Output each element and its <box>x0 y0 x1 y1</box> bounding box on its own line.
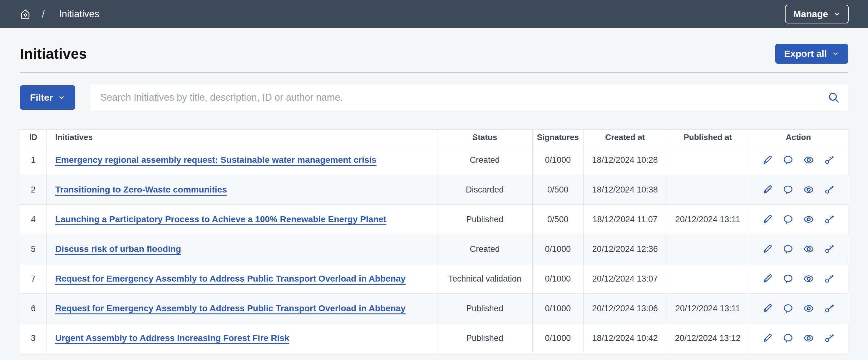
preview-icon[interactable] <box>803 244 814 254</box>
initiative-published-at: 20/12/2024 13:11 <box>666 205 749 234</box>
answer-icon[interactable] <box>783 273 794 284</box>
permissions-key-icon[interactable] <box>824 333 835 343</box>
answer-icon[interactable] <box>783 214 794 225</box>
edit-icon[interactable] <box>762 244 773 254</box>
preview-icon[interactable] <box>803 184 814 195</box>
initiative-created-at: 20/12/2024 13:06 <box>583 294 666 324</box>
export-all-button[interactable]: Export all <box>775 44 848 64</box>
initiative-signatures: 0/1000 <box>532 324 583 353</box>
search-input[interactable] <box>90 84 848 111</box>
permissions-key-icon[interactable] <box>824 273 835 284</box>
search-icon[interactable] <box>828 91 840 104</box>
initiative-status: Technical validation <box>437 264 532 294</box>
table-body: 1 Emergency regional assembly request: S… <box>20 145 848 353</box>
answer-icon[interactable] <box>783 333 794 343</box>
initiative-title-link[interactable]: Emergency regional assembly request: Sus… <box>55 155 377 165</box>
filter-button-label: Filter <box>30 92 53 103</box>
initiative-title-link[interactable]: Transitioning to Zero-Waste communities <box>55 185 227 194</box>
edit-icon[interactable] <box>762 214 773 225</box>
initiative-created-at: 20/12/2024 13:07 <box>583 264 666 294</box>
export-all-label: Export all <box>784 49 827 59</box>
initiative-signatures: 0/1000 <box>532 264 583 294</box>
table-header-row: ID Initiatives Status Signatures Created… <box>20 130 848 145</box>
initiative-id: 2 <box>20 175 46 205</box>
manage-button-label: Manage <box>793 9 828 19</box>
preview-icon[interactable] <box>803 155 814 165</box>
initiatives-table-wrapper: ID Initiatives Status Signatures Created… <box>20 129 848 353</box>
row-actions <box>751 244 845 254</box>
column-header-id: ID <box>20 130 46 145</box>
preview-icon[interactable] <box>803 333 814 343</box>
initiative-title-link[interactable]: Request for Emergency Assembly to Addres… <box>55 303 406 313</box>
edit-icon[interactable] <box>762 333 773 343</box>
edit-icon[interactable] <box>762 155 773 165</box>
initiative-published-at: 20/12/2024 13:11 <box>666 294 749 324</box>
initiative-id: 6 <box>20 294 46 324</box>
initiative-signatures: 0/1000 <box>532 145 583 175</box>
column-header-initiatives: Initiatives <box>46 130 437 145</box>
initiative-signatures: 0/1000 <box>532 294 583 324</box>
answer-icon[interactable] <box>783 155 794 165</box>
initiative-title-link[interactable]: Launching a Participatory Process to Ach… <box>55 214 386 224</box>
permissions-key-icon[interactable] <box>824 214 835 225</box>
initiative-title-link[interactable]: Discuss risk of urban flooding <box>55 244 181 254</box>
home-gear-icon <box>19 8 31 20</box>
manage-button[interactable]: Manage <box>785 5 849 23</box>
filter-row: Filter <box>20 84 848 111</box>
initiative-status: Created <box>437 145 532 175</box>
row-actions <box>751 155 845 165</box>
answer-icon[interactable] <box>783 244 794 254</box>
initiative-published-at: 20/12/2024 13:12 <box>666 324 749 353</box>
table-row: 3 Urgent Assembly to Address Increasing … <box>20 324 848 353</box>
initiative-status: Published <box>437 324 532 353</box>
initiative-published-at <box>666 234 749 264</box>
initiative-signatures: 0/1000 <box>532 234 583 264</box>
permissions-key-icon[interactable] <box>824 244 835 254</box>
initiative-title-link[interactable]: Urgent Assembly to Address Increasing Fo… <box>55 333 289 343</box>
home-link[interactable] <box>19 8 31 20</box>
main-content: Initiatives Export all Filter <box>0 28 868 353</box>
column-header-status: Status <box>437 130 532 145</box>
edit-icon[interactable] <box>762 303 773 314</box>
initiative-status: Published <box>437 205 532 234</box>
edit-icon[interactable] <box>762 184 773 195</box>
topbar: / Initiatives Manage <box>0 0 868 28</box>
search-bar <box>90 84 848 111</box>
initiative-created-at: 18/12/2024 10:28 <box>583 145 666 175</box>
row-actions <box>751 184 845 195</box>
filter-button[interactable]: Filter <box>20 85 75 110</box>
answer-icon[interactable] <box>783 184 794 195</box>
page-title: Initiatives <box>20 45 87 62</box>
permissions-key-icon[interactable] <box>824 303 835 314</box>
column-header-signatures: Signatures <box>532 130 583 145</box>
row-actions <box>751 303 845 314</box>
preview-icon[interactable] <box>803 214 814 225</box>
initiative-id: 7 <box>20 264 46 294</box>
row-actions <box>751 214 845 225</box>
chevron-down-icon <box>833 10 840 18</box>
table-row: 1 Emergency regional assembly request: S… <box>20 145 848 175</box>
initiative-id: 3 <box>20 324 46 353</box>
initiative-status: Published <box>437 294 532 324</box>
initiative-published-at <box>666 175 749 205</box>
permissions-key-icon[interactable] <box>824 184 835 195</box>
page-header: Initiatives Export all <box>20 28 848 73</box>
initiative-published-at <box>666 264 749 294</box>
permissions-key-icon[interactable] <box>824 155 835 165</box>
edit-icon[interactable] <box>762 273 773 284</box>
initiative-title-link[interactable]: Request for Emergency Assembly to Addres… <box>55 274 406 283</box>
initiative-published-at <box>666 145 749 175</box>
table-row: 7 Request for Emergency Assembly to Addr… <box>20 264 848 294</box>
initiative-created-at: 18/12/2024 11:07 <box>583 205 666 234</box>
preview-icon[interactable] <box>803 303 814 314</box>
initiative-signatures: 0/500 <box>532 205 583 234</box>
table-row: 2 Transitioning to Zero-Waste communitie… <box>20 175 848 205</box>
answer-icon[interactable] <box>783 303 794 314</box>
breadcrumb-current: Initiatives <box>59 8 99 20</box>
column-header-created-at: Created at <box>583 130 666 145</box>
preview-icon[interactable] <box>803 273 814 284</box>
initiative-id: 4 <box>20 205 46 234</box>
initiative-created-at: 18/12/2024 10:42 <box>583 324 666 353</box>
initiative-id: 5 <box>20 234 46 264</box>
chevron-down-icon <box>832 50 839 57</box>
